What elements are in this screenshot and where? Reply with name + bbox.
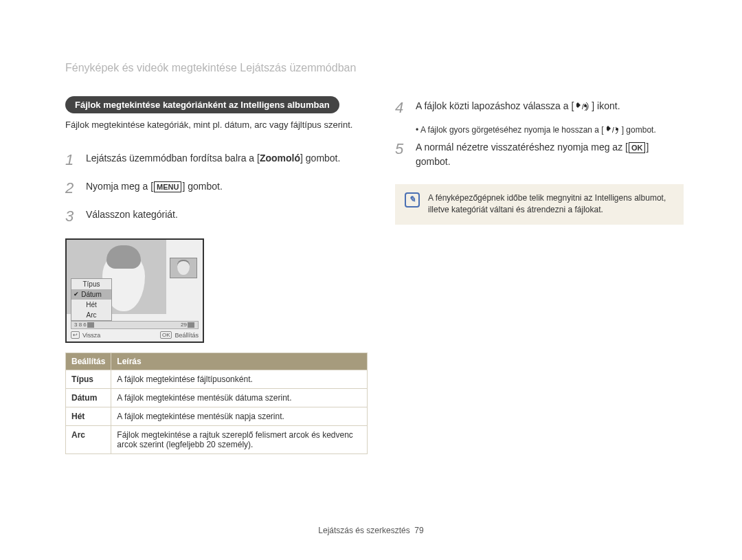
info-note: ✎ A fényképezőgépnek időbe telik megnyit… xyxy=(395,184,684,225)
intro-text: Fájlok megtekintése kategóriák, mint pl.… xyxy=(65,119,368,132)
page-footer: Lejátszás és szerkesztés 79 xyxy=(0,526,742,535)
lcd-menu-item: Hét xyxy=(71,300,111,310)
lcd-filmstrip: 3 8 6 29 xyxy=(71,321,199,329)
section-pill: Fájlok megtekintése kategóriánként az In… xyxy=(65,96,339,113)
back-label: Vissza xyxy=(82,332,100,339)
table-row: Hét A fájlok megtekintése mentésük napja… xyxy=(66,407,368,425)
svg-text:/: / xyxy=(582,103,584,111)
step-text: Válasszon kategóriát. xyxy=(86,205,178,227)
steps-left: 1 Lejátszás üzemmódban fordítsa balra a … xyxy=(65,148,368,227)
left-right-nav-icon: / xyxy=(574,99,592,113)
step-bullet: A fájlok gyors görgetéséhez nyomja le ho… xyxy=(416,124,684,136)
left-right-nav-icon: / xyxy=(604,124,622,136)
table-header: Beállítás xyxy=(66,352,111,370)
lcd-menu-item: Típus xyxy=(71,279,111,289)
svg-text:/: / xyxy=(612,126,614,134)
lcd-thumbnail xyxy=(170,258,197,278)
page-title: Fényképek és videók megtekintése Lejátsz… xyxy=(65,62,684,74)
ok-key-label: OK xyxy=(629,142,646,153)
step-text: Lejátszás üzemmódban fordítsa balra a [Z… xyxy=(86,148,340,171)
camera-lcd-mockup: Típus Dátum Hét Arc 3 8 6 29 ↩ Vissza xyxy=(65,238,204,343)
table-row: Arc Fájlok megtekintése a rajtuk szerepl… xyxy=(66,425,368,453)
set-label: Beállítás xyxy=(175,332,199,339)
step-text: A fájlok közti lapozáshoz válassza a [ /… xyxy=(416,96,620,119)
step-number: 2 xyxy=(65,177,79,199)
table-row: Típus A fájlok megtekintése fájltípusonk… xyxy=(66,370,368,388)
step-number: 1 xyxy=(65,148,79,171)
note-text: A fényképezőgépnek időbe telik megnyitni… xyxy=(428,192,674,216)
menu-key-label: MENU xyxy=(154,181,181,192)
table-row: Dátum A fájlok megtekintése mentésük dát… xyxy=(66,388,368,407)
table-header: Leírás xyxy=(111,352,368,370)
ok-key-icon: OK xyxy=(160,331,172,339)
lcd-menu-item-selected: Dátum xyxy=(71,289,111,300)
lcd-menu-item: Arc xyxy=(71,310,111,320)
step-number: 3 xyxy=(65,205,79,227)
settings-table: Beállítás Leírás Típus A fájlok megtekin… xyxy=(65,352,368,454)
back-key-icon: ↩ xyxy=(71,331,80,339)
lcd-bottom-bar: ↩ Vissza OK Beállítás xyxy=(71,331,199,340)
steps-right: 4 A fájlok közti lapozáshoz válassza a [… xyxy=(395,96,684,169)
step-text: A normál nézetre visszatéréshez nyomja m… xyxy=(416,137,684,169)
step-number: 5 xyxy=(395,137,409,169)
step-text: Nyomja meg a [MENU] gombot. xyxy=(86,177,223,199)
step-number: 4 xyxy=(395,96,409,119)
svg-point-1 xyxy=(584,104,587,107)
lcd-category-menu: Típus Dátum Hét Arc xyxy=(71,278,112,321)
info-icon: ✎ xyxy=(405,192,420,208)
